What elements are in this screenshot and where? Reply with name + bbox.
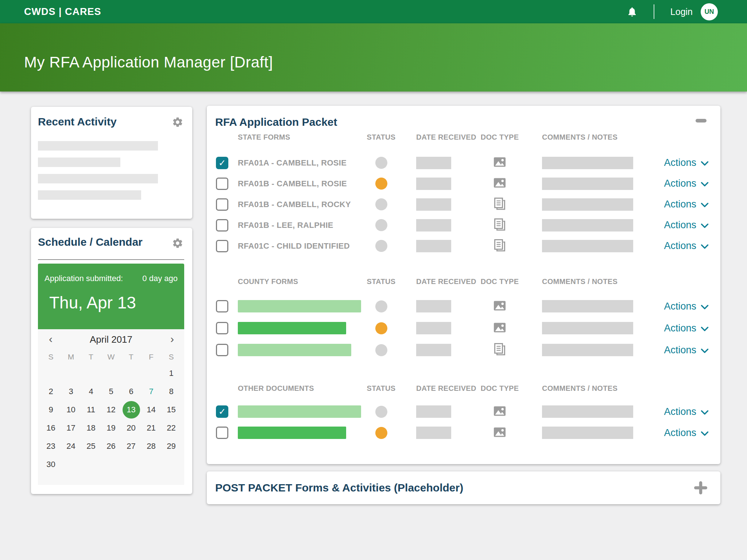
form-name: RFA01B - CAMBELL, ROCKY	[238, 200, 351, 209]
calendar-day[interactable]: 1	[161, 364, 181, 382]
collapse-minus-icon[interactable]	[696, 119, 707, 122]
doc-type-image-icon	[493, 406, 506, 418]
calendar-day[interactable]: 26	[101, 437, 121, 455]
calendar-day[interactable]: 22	[161, 419, 181, 437]
calendar-day[interactable]: 2	[41, 382, 61, 401]
actions-dropdown[interactable]: Actions	[664, 406, 709, 417]
calendar-day[interactable]: 28	[141, 437, 161, 455]
calendar-day[interactable]: 27	[121, 437, 141, 455]
user-avatar[interactable]: UN	[701, 3, 718, 20]
calendar-weekday: W	[101, 353, 121, 361]
calendar-next-month-button[interactable]: ›	[170, 331, 174, 347]
calendar-day-empty	[121, 364, 141, 382]
column-header-status: STATUS	[364, 384, 399, 393]
row-checkbox[interactable]	[216, 219, 228, 232]
row-checkbox[interactable]	[216, 198, 228, 211]
calendar-day[interactable]: 29	[161, 437, 181, 455]
form-name-placeholder	[238, 300, 361, 312]
recent-activity-settings-gear-icon[interactable]	[172, 116, 183, 128]
submitted-date: Thu, Apr 13	[49, 293, 178, 312]
post-packet-card: POST PACKET Forms & Activities (Placehol…	[207, 471, 720, 504]
calendar-day[interactable]: 10	[61, 401, 81, 419]
calendar-day[interactable]: 6	[121, 382, 141, 401]
schedule-settings-gear-icon[interactable]	[172, 237, 183, 249]
date-received-placeholder	[416, 157, 451, 169]
calendar-day-empty	[61, 455, 81, 474]
actions-dropdown[interactable]: Actions	[664, 240, 709, 252]
date-received-placeholder	[416, 178, 451, 190]
date-received-placeholder	[416, 344, 451, 356]
section-heading: COUNTY FORMS	[238, 277, 364, 286]
calendar-day[interactable]: 9	[41, 401, 61, 419]
calendar-day[interactable]: 30	[41, 455, 61, 474]
calendar-day[interactable]: 11	[81, 401, 101, 419]
calendar-day[interactable]: 12	[101, 401, 121, 419]
date-received-placeholder	[416, 405, 451, 418]
calendar-month-label: April 2017	[38, 329, 184, 350]
row-checkbox[interactable]	[216, 427, 228, 439]
calendar-day[interactable]: 21	[141, 419, 161, 437]
calendar-day[interactable]: 18	[81, 419, 101, 437]
status-indicator	[375, 178, 387, 190]
row-checkbox[interactable]	[216, 178, 228, 190]
column-header-doc-type: DOC TYPE	[492, 133, 508, 141]
expand-plus-icon[interactable]	[694, 481, 707, 494]
calendar-day[interactable]: 7	[141, 382, 161, 401]
packet-row: Actions	[207, 317, 720, 339]
calendar-day[interactable]: 5	[101, 382, 121, 401]
actions-dropdown[interactable]: Actions	[664, 157, 709, 168]
row-checkbox[interactable]: ✓	[216, 157, 228, 169]
calendar-weekday: S	[41, 353, 61, 361]
row-checkbox[interactable]	[216, 240, 228, 252]
calendar-day[interactable]: 23	[41, 437, 61, 455]
calendar-prev-month-button[interactable]: ‹	[49, 331, 53, 347]
calendar-day-empty	[81, 364, 101, 382]
row-checkbox[interactable]	[216, 322, 228, 334]
column-header-doc-type: DOC TYPE	[492, 384, 508, 393]
actions-dropdown[interactable]: Actions	[664, 323, 709, 334]
calendar-day[interactable]: 17	[61, 419, 81, 437]
calendar-day[interactable]: 8	[161, 382, 181, 401]
column-header-date-received: DATE RECEIVED	[416, 384, 451, 393]
comments-notes-placeholder	[542, 178, 633, 190]
calendar-day[interactable]: 20	[121, 419, 141, 437]
actions-dropdown[interactable]: Actions	[664, 199, 709, 210]
date-received-placeholder	[416, 219, 451, 232]
calendar-day[interactable]: 3	[61, 382, 81, 401]
actions-dropdown[interactable]: Actions	[664, 301, 709, 312]
calendar-day[interactable]: 15	[161, 401, 181, 419]
calendar-day[interactable]: 19	[101, 419, 121, 437]
row-checkbox[interactable]	[216, 344, 228, 356]
calendar-weekday: F	[141, 353, 161, 361]
calendar-month-header: ‹ April 2017 ›	[38, 329, 184, 348]
calendar-weekday-row: SMTWTFS	[38, 353, 184, 361]
activity-placeholder-bar	[38, 174, 158, 183]
calendar-day-empty	[41, 364, 61, 382]
brand-logo[interactable]: CWDS | CARES	[24, 6, 101, 18]
topbar-right-group: Login UN	[627, 3, 718, 20]
actions-dropdown[interactable]: Actions	[664, 427, 709, 439]
calendar-day[interactable]: 13	[121, 401, 141, 419]
row-checkbox[interactable]: ✓	[216, 405, 228, 418]
actions-dropdown[interactable]: Actions	[664, 219, 709, 231]
notifications-bell-icon[interactable]	[627, 5, 638, 18]
calendar-day-empty	[101, 455, 121, 474]
actions-dropdown[interactable]: Actions	[664, 178, 709, 189]
calendar-day[interactable]: 24	[61, 437, 81, 455]
column-header-date-received: DATE RECEIVED	[416, 277, 451, 286]
comments-notes-placeholder	[542, 322, 633, 334]
packet-row: ✓RFA01A - CAMBELL, ROSIEActions	[207, 152, 720, 173]
calendar-day[interactable]: 4	[81, 382, 101, 401]
post-packet-title: POST PACKET Forms & Activities (Placehol…	[215, 482, 463, 494]
chevron-down-icon	[696, 323, 709, 334]
packet-row: RFA01B - CAMBELL, ROSIEActions	[207, 173, 720, 194]
row-checkbox[interactable]	[216, 300, 228, 312]
calendar-day[interactable]: 16	[41, 419, 61, 437]
calendar-day-empty	[81, 455, 101, 474]
date-received-placeholder	[416, 427, 451, 439]
calendar-day[interactable]: 14	[141, 401, 161, 419]
actions-dropdown[interactable]: Actions	[664, 345, 709, 356]
packet-row: Actions	[207, 339, 720, 361]
login-link[interactable]: Login	[670, 7, 693, 17]
calendar-day[interactable]: 25	[81, 437, 101, 455]
